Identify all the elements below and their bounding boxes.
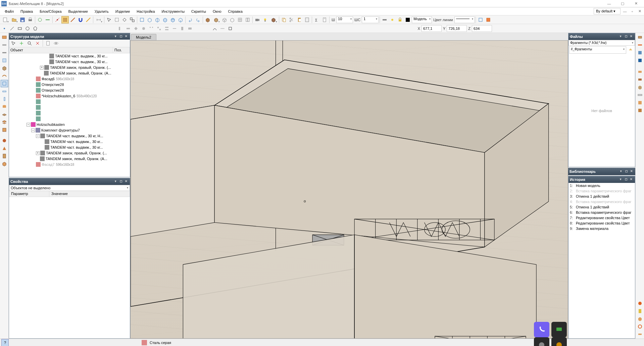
mdi-restore-button[interactable]: ▫ — [629, 8, 635, 14]
draw-rect-button[interactable] — [16, 25, 23, 32]
select-button[interactable] — [105, 16, 113, 23]
menu-window[interactable]: Окно — [209, 8, 225, 15]
maximize-button[interactable]: ▢ — [616, 0, 629, 7]
snap-line-button[interactable] — [69, 16, 77, 23]
files-pin-button[interactable]: ◻ — [624, 34, 628, 39]
undo-button[interactable] — [187, 16, 194, 23]
align-button-8[interactable] — [171, 25, 178, 32]
lt-layers-button[interactable] — [1, 118, 8, 126]
dimension-button[interactable] — [94, 16, 103, 23]
measure-button[interactable] — [85, 16, 92, 23]
history-item[interactable]: 2:Вставка параметрического фраг — [568, 188, 635, 194]
align-button-4[interactable] — [140, 25, 147, 32]
tree-toggle[interactable]: + — [36, 151, 40, 155]
menu-settings[interactable]: Настройка — [133, 8, 158, 15]
tree-item[interactable] — [9, 105, 130, 110]
hist-min-button[interactable]: ▾ — [618, 177, 623, 182]
mdi-minimize-button[interactable]: — — [622, 8, 628, 14]
menu-help[interactable]: Справка — [225, 8, 246, 15]
lt-v-button[interactable] — [1, 95, 8, 103]
rt-button-2[interactable] — [636, 41, 644, 49]
modes-combo[interactable]: Модель — [412, 16, 432, 23]
material-button[interactable] — [269, 16, 278, 23]
x-input[interactable] — [422, 25, 442, 32]
lt-edge-button[interactable] — [1, 41, 8, 49]
open-file-button[interactable] — [10, 16, 18, 23]
camera-button[interactable] — [254, 16, 261, 23]
tree-toggle[interactable]: − — [36, 134, 40, 138]
magnet-button[interactable] — [77, 16, 84, 23]
lt-box2-button[interactable] — [1, 160, 8, 167]
history-item[interactable]: 9:Замена материала — [568, 226, 635, 231]
tree-toggle[interactable]: + — [40, 66, 44, 69]
viber-gadget[interactable] — [534, 322, 549, 337]
history-item[interactable]: 3:Отмена 1 действий — [568, 194, 635, 199]
files-min-button[interactable]: ▾ — [618, 34, 623, 39]
tree-doc-icon[interactable] — [44, 40, 52, 47]
tree-item[interactable]: TANDEM замок, левый, Оранж. (A... — [9, 70, 130, 76]
tree-item[interactable]: TANDEM част. выдвиж., 30 кг... — [9, 59, 130, 65]
curve1-button[interactable] — [211, 25, 218, 32]
tree-item[interactable]: −TANDEM част. выдвиж., 30 кг, Н... — [9, 133, 130, 139]
tree-item[interactable]: +TANDEM замок, правый, Оранж. (... — [9, 65, 130, 70]
rt-button-9[interactable] — [636, 99, 644, 106]
save-button[interactable] — [19, 16, 26, 23]
draw-line-button[interactable] — [8, 25, 16, 32]
z-input[interactable] — [472, 25, 492, 32]
viewport-tab[interactable]: Модель2 — [131, 34, 156, 40]
misc2-button[interactable] — [485, 16, 492, 23]
tree-item[interactable]: TANDEM част. выдвиж., 30 кг... — [9, 145, 130, 150]
snap-point-button[interactable] — [54, 16, 61, 23]
mirror-button[interactable] — [44, 16, 51, 23]
align-button-6[interactable] — [155, 25, 163, 32]
rt-button-15[interactable] — [636, 331, 644, 338]
view-front-button[interactable] — [138, 16, 146, 23]
box-wood-button[interactable] — [212, 16, 220, 23]
align-button-9[interactable] — [179, 25, 186, 32]
files-close-button[interactable]: ✕ — [629, 34, 634, 39]
tree-item[interactable]: −Holzschubkasten — [9, 122, 130, 128]
lt-cone-button[interactable] — [1, 145, 8, 152]
new-file-button[interactable] — [1, 16, 9, 23]
gadget-4[interactable] — [551, 337, 567, 346]
box-wire1-button[interactable] — [221, 16, 228, 23]
menu-product[interactable]: Изделие — [112, 8, 134, 15]
lt-panel-button[interactable] — [1, 34, 8, 41]
history-item[interactable]: 8:Редактирование свойства Цвет — [568, 220, 635, 226]
view-iso5-button[interactable] — [177, 16, 184, 23]
rt-button-7[interactable] — [636, 84, 644, 91]
mdi-close-button[interactable]: ✕ — [637, 8, 643, 14]
print-button[interactable] — [27, 16, 34, 23]
tree-item[interactable]: *Holzschubkasten_6558x490x120 — [9, 93, 130, 99]
tree-item[interactable]: Фасад7596x160x18 — [9, 162, 130, 167]
history-item[interactable]: 6:Вставка параметрического фраг — [568, 210, 635, 215]
align-button-7[interactable] — [163, 25, 170, 32]
color-swatch[interactable] — [404, 16, 411, 23]
rt-button-11[interactable] — [636, 300, 644, 307]
panel-pin-button[interactable]: ◻ — [118, 34, 123, 39]
select-poly-button[interactable] — [121, 16, 128, 23]
y-input[interactable] — [447, 25, 467, 32]
align-button-5[interactable] — [148, 25, 155, 32]
3d-viewport[interactable]: o — [130, 40, 568, 339]
rt-button-4[interactable] — [636, 57, 644, 64]
align-button-10[interactable] — [186, 25, 194, 32]
menu-delete[interactable]: Удалить — [91, 8, 112, 15]
lt-face-button[interactable] — [1, 126, 8, 134]
files-folder-combo[interactable]: #_Фрагменты — [569, 46, 626, 54]
box-wire2-button[interactable] — [229, 16, 236, 23]
lt-slab-button[interactable] — [1, 111, 8, 118]
history-item[interactable]: 1:Новая модель — [568, 183, 635, 188]
tree-toggle[interactable]: − — [31, 129, 35, 132]
tree-item[interactable]: TANDEM част. выдвиж., 30 кг... — [9, 53, 130, 59]
layer-toggle-button[interactable] — [381, 16, 388, 23]
draw-point-button[interactable] — [1, 25, 8, 32]
close-button[interactable]: ✕ — [629, 0, 643, 7]
tree-eye-icon[interactable] — [52, 40, 60, 47]
cut-button[interactable] — [288, 16, 295, 23]
tree-cursor-icon[interactable] — [10, 40, 17, 47]
menu-scripts[interactable]: Скрипты — [188, 8, 209, 15]
tree-add-icon[interactable] — [18, 40, 25, 47]
props-min-button[interactable]: ▾ — [113, 179, 118, 184]
align-button-1[interactable] — [117, 25, 124, 32]
